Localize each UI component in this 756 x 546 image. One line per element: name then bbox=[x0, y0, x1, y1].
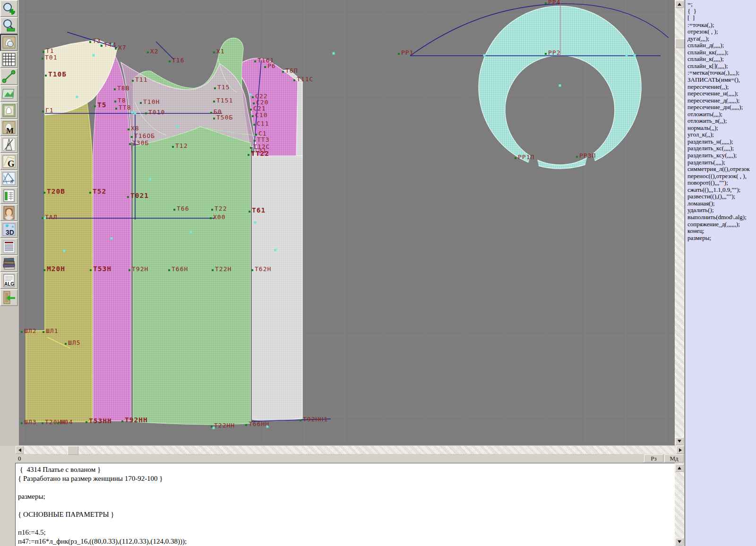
function-list-item[interactable]: конец; bbox=[687, 228, 756, 235]
code-editor[interactable]: { 4314 Платье с воланом }{ Разработано н… bbox=[15, 463, 675, 546]
tool-measure-button[interactable] bbox=[0, 68, 18, 85]
function-list-item[interactable]: поворот((),,,""); bbox=[687, 179, 756, 187]
function-list-item[interactable]: выполнить(dmod\.alg); bbox=[687, 214, 756, 221]
control-point-marker[interactable] bbox=[76, 96, 78, 98]
function-list-item[interactable]: ломаная(); bbox=[687, 200, 756, 207]
control-point-marker[interactable] bbox=[131, 111, 134, 114]
tool-exit-button[interactable] bbox=[0, 289, 18, 306]
canvas-vscroll-thumb[interactable] bbox=[675, 39, 685, 48]
function-list-item[interactable]: сплайн_д(,,,,); bbox=[687, 42, 756, 49]
tool-zoom-in-button[interactable] bbox=[0, 0, 18, 17]
tool-sketch-button[interactable] bbox=[0, 85, 18, 102]
editor-scroll-up-button[interactable] bbox=[675, 464, 684, 472]
control-point-marker[interactable] bbox=[93, 54, 95, 57]
function-list-item[interactable]: удалить(); bbox=[687, 207, 756, 214]
function-list-item[interactable]: сопряжение_д(,,,,,,); bbox=[687, 221, 756, 228]
tool-alg-button[interactable]: ALG bbox=[0, 272, 18, 289]
control-point-marker[interactable] bbox=[333, 52, 335, 55]
pattern-label: Т10Б bbox=[48, 70, 67, 78]
tool-preview-button[interactable] bbox=[0, 34, 18, 51]
function-list-item[interactable]: разделить_ксу(,,,,); bbox=[687, 152, 756, 159]
scroll-left-button[interactable] bbox=[16, 446, 24, 454]
control-point-marker[interactable] bbox=[63, 250, 66, 252]
function-list-item[interactable]: пересечение_н(,,,,); bbox=[687, 90, 756, 97]
piece-flounce-cyan[interactable] bbox=[479, 6, 641, 169]
canvas-vertical-scrollbar[interactable] bbox=[675, 0, 684, 445]
function-list-item[interactable]: сплайн_к(,,,,); bbox=[687, 56, 756, 63]
tool-zoom-out-button[interactable] bbox=[0, 17, 18, 34]
function-list-item[interactable]: перенос((),отрезок( , ), bbox=[687, 173, 756, 180]
control-point-marker[interactable] bbox=[483, 54, 486, 57]
tool-model-photo-button[interactable] bbox=[0, 204, 18, 221]
tool-letter-a-button[interactable]: А bbox=[0, 136, 18, 153]
function-list-item[interactable]: разделить_кс(,,,,); bbox=[687, 145, 756, 152]
function-list-item[interactable]: отложить_в(,,); bbox=[687, 118, 756, 125]
rz-button[interactable]: Рз bbox=[644, 454, 663, 462]
control-point-marker[interactable] bbox=[254, 222, 257, 224]
tool-grid-button[interactable] bbox=[0, 51, 18, 68]
control-point-marker[interactable] bbox=[149, 178, 152, 180]
control-point-marker[interactable] bbox=[559, 85, 561, 87]
tool-drafting-button[interactable]: 8 bbox=[0, 170, 18, 187]
piece-back-skirt-gray[interactable] bbox=[252, 156, 302, 421]
function-list-item[interactable]: угол_к(,,); bbox=[687, 131, 756, 138]
pattern-label: ШЛ5 bbox=[68, 339, 80, 346]
tool-table-button[interactable] bbox=[0, 187, 18, 204]
function-list-item[interactable]: отложить(,,,); bbox=[687, 111, 756, 118]
pattern-label: М20Н bbox=[47, 265, 65, 273]
drawing-area[interactable]: Т1Т01Т10БТ3Т44Х7Х2Т16Х1Т161Р6Т6ПТ11СТ11Т… bbox=[19, 0, 675, 446]
function-list-item[interactable]: дуга(,,,); bbox=[687, 35, 756, 43]
tool-pattern-m-button[interactable]: M bbox=[0, 119, 18, 136]
pattern-canvas[interactable]: Т1Т01Т10БТ3Т44Х7Х2Т16Х1Т161Р6Т6ПТ11СТ11Т… bbox=[19, 0, 675, 445]
editor-line bbox=[16, 519, 675, 528]
function-list-item[interactable]: сжать((),,,1.1,0.9,""); bbox=[687, 187, 756, 194]
function-list-item[interactable]: пересечение_д(,,,,,); bbox=[687, 97, 756, 104]
label-anchor-point bbox=[128, 128, 129, 130]
canvas-horizontal-scrollbar[interactable] bbox=[16, 446, 684, 454]
control-point-marker[interactable] bbox=[275, 249, 277, 251]
editor-scroll-down-button[interactable] bbox=[675, 538, 684, 546]
control-point-marker[interactable] bbox=[134, 112, 137, 115]
control-point-marker[interactable] bbox=[111, 238, 113, 240]
md-button[interactable]: Мд bbox=[664, 454, 684, 462]
function-list-item[interactable]: разделить_н(,,,,,); bbox=[687, 138, 756, 145]
control-point-marker[interactable] bbox=[634, 54, 636, 57]
function-list-item[interactable]: =; bbox=[687, 1, 756, 8]
scroll-right-button[interactable] bbox=[676, 446, 684, 454]
svg-text:3D: 3D bbox=[6, 229, 14, 236]
canvas-hscroll-thumb[interactable] bbox=[68, 446, 78, 455]
zoom-out-icon bbox=[1, 18, 17, 33]
function-list-item[interactable]: сплайн_кк(,,,,,); bbox=[687, 49, 756, 56]
control-point-marker[interactable] bbox=[626, 55, 628, 57]
scroll-up-button[interactable] bbox=[675, 0, 684, 8]
tool-pattern-view-button[interactable] bbox=[0, 102, 18, 119]
function-list-item[interactable]: ЗАПИСАТЬ(имя=(), bbox=[687, 77, 756, 84]
tool-books-button[interactable] bbox=[0, 255, 18, 272]
function-list-item[interactable]: развести((),(),,,""); bbox=[687, 193, 756, 200]
piece-front-khaki[interactable] bbox=[26, 76, 92, 422]
function-list-item[interactable]: :=метка(точка(,),,,,); bbox=[687, 69, 756, 77]
function-list-item[interactable]: симметрия_л((),отрезок bbox=[687, 166, 756, 173]
function-list-item[interactable]: [ ] bbox=[687, 15, 756, 22]
control-point-marker[interactable] bbox=[249, 94, 252, 96]
function-list-item[interactable]: пересечение_дн(,,,,,); bbox=[687, 104, 756, 111]
control-point-marker[interactable] bbox=[190, 231, 192, 233]
piece-skirt-green[interactable] bbox=[133, 127, 250, 425]
function-list-item[interactable]: пересечение(,,); bbox=[687, 84, 756, 91]
tool-three-d-button[interactable]: 3D bbox=[0, 221, 18, 238]
function-list-item[interactable]: разделить(,,,,); bbox=[687, 159, 756, 166]
control-point-marker[interactable] bbox=[176, 126, 179, 128]
function-list-item[interactable]: :=точка(,); bbox=[687, 22, 756, 29]
tool-list-button[interactable] bbox=[0, 238, 18, 255]
function-list-item[interactable]: нормаль(,,); bbox=[687, 125, 756, 132]
tool-letter-g-button[interactable]: G bbox=[0, 153, 18, 170]
function-list-item[interactable]: отрезок( , ); bbox=[687, 28, 756, 35]
bottom-panel: 0 Рз Мд { 4314 Платье с воланом }{ Разра… bbox=[0, 445, 685, 546]
function-list-panel[interactable]: =;{ }[ ]:=точка(,);отрезок( , );дуга(,,,… bbox=[685, 0, 756, 546]
scroll-down-button[interactable] bbox=[675, 437, 684, 445]
function-list-item[interactable]: размеры; bbox=[687, 235, 756, 242]
label-anchor-point bbox=[213, 51, 215, 53]
function-list-item[interactable]: сплайн_к[](,,,,); bbox=[687, 63, 756, 70]
function-list-item[interactable]: { } bbox=[687, 8, 756, 15]
editor-vertical-scrollbar[interactable] bbox=[675, 463, 684, 546]
